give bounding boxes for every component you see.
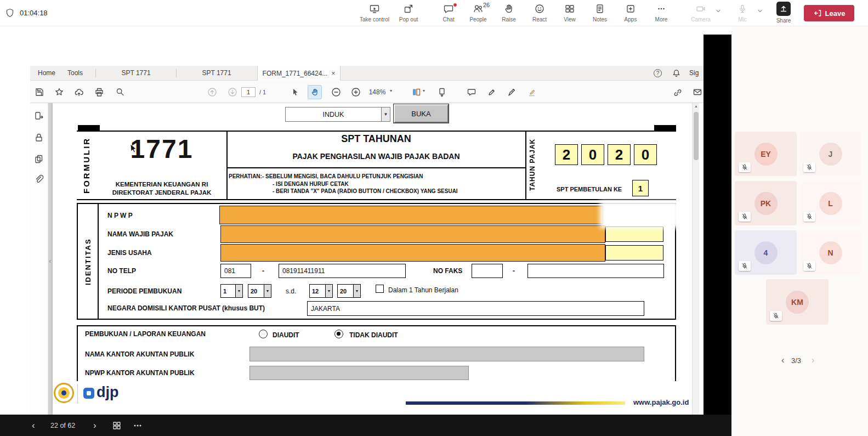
telp-number-field[interactable]: 081911411911 [279, 264, 406, 278]
tab-tools[interactable]: Tools [62, 66, 88, 80]
participant-tile[interactable]: N [799, 230, 861, 275]
tahun-digit-box[interactable]: 2 [608, 144, 631, 165]
chevron-down-icon[interactable]: ▼ [381, 107, 390, 121]
panel-collapse-icon[interactable]: ‹ [49, 257, 51, 265]
tahun-berjalan-checkbox[interactable] [376, 285, 384, 293]
tab-spt1771-a[interactable]: SPT 1771 [96, 66, 176, 80]
view-button[interactable]: View [553, 3, 586, 22]
share-button[interactable]: Share [767, 2, 800, 24]
hand-tool-icon[interactable] [308, 85, 322, 99]
participant-tile[interactable]: EY [735, 132, 797, 176]
chevron-down-icon[interactable]: ▼ [235, 285, 242, 297]
jenis-usaha-field[interactable] [220, 244, 605, 262]
page-view-caret-icon[interactable]: ▾ [423, 88, 425, 93]
chat-button[interactable]: Chat [432, 3, 465, 22]
scrollbar-thumb[interactable] [694, 112, 699, 160]
npwp-field[interactable] [219, 206, 603, 224]
tahun-digit-box[interactable]: 0 [581, 144, 604, 165]
grid-view-icon[interactable] [112, 415, 121, 436]
tidak-diaudit-radio[interactable] [334, 330, 343, 338]
more-options-icon[interactable] [133, 415, 142, 436]
tab-close-icon[interactable]: × [331, 70, 335, 77]
npwp-kap-field[interactable] [249, 366, 469, 380]
notes-button[interactable]: Notes [583, 3, 616, 22]
cloud-upload-icon[interactable] [73, 87, 84, 98]
pencil-icon[interactable] [486, 87, 497, 98]
camera-chevron-icon[interactable] [716, 8, 722, 15]
participant-tile[interactable]: 4 [735, 230, 797, 275]
participant-tile[interactable]: KM [766, 279, 829, 325]
page-down-icon[interactable] [227, 87, 238, 98]
zoom-in-icon[interactable] [350, 87, 361, 98]
participant-tile[interactable]: PK [735, 181, 797, 225]
mic-chevron-icon[interactable] [757, 8, 764, 15]
diaudit-radio[interactable] [259, 330, 268, 338]
attachments-icon[interactable] [33, 174, 44, 185]
comment-icon[interactable] [466, 87, 477, 98]
participant-tile[interactable]: J [799, 132, 861, 176]
people-button[interactable]: 26 People [462, 3, 495, 22]
page-up-icon[interactable] [207, 87, 218, 98]
scroll-up-icon[interactable]: ▲ [694, 104, 698, 108]
take-control-button[interactable]: Take control [358, 3, 391, 22]
participants-next-icon[interactable]: › [812, 355, 814, 365]
page-view-icon[interactable] [411, 87, 422, 98]
help-icon[interactable]: ? [654, 69, 662, 77]
save-icon[interactable] [34, 87, 45, 98]
nama-wp-field[interactable] [220, 225, 605, 243]
tab-home[interactable]: Home [33, 66, 60, 80]
bell-icon[interactable] [672, 69, 681, 78]
chevron-down-icon[interactable]: ▼ [353, 285, 360, 297]
faks-area-field[interactable] [472, 264, 503, 278]
leave-button[interactable]: Leave [804, 5, 854, 21]
star-icon[interactable] [54, 87, 65, 98]
tab-form-1771[interactable]: FORM_1771_66424... × [257, 66, 341, 81]
react-button[interactable]: React [523, 3, 556, 22]
select-tool-icon[interactable] [290, 87, 300, 98]
page-number-input[interactable]: 1 [241, 87, 256, 97]
prev-slide-icon[interactable]: ‹ [32, 415, 35, 436]
more-button[interactable]: More [645, 3, 678, 22]
apps-button[interactable]: Apps [614, 3, 647, 22]
sheet-selector[interactable]: INDUK ▼ [285, 107, 390, 122]
camera-button[interactable]: Camera [684, 3, 717, 22]
scroll-mode-icon[interactable] [436, 87, 447, 98]
periode-year-from[interactable]: 20▼ [248, 284, 271, 298]
negara-field[interactable]: JAKARTA [307, 301, 644, 316]
sign-in-label[interactable]: Sig [689, 69, 699, 77]
search-icon[interactable] [115, 87, 126, 98]
vertical-scrollbar[interactable]: ▲ [692, 103, 699, 415]
tahun-digit-box[interactable]: 0 [634, 144, 657, 165]
periode-month-to[interactable]: 12▼ [309, 284, 333, 298]
link-icon[interactable] [672, 87, 683, 98]
pop-out-button[interactable]: Pop out [392, 3, 425, 22]
chevron-down-icon[interactable]: ▼ [325, 285, 332, 297]
next-slide-icon[interactable]: › [93, 415, 97, 436]
lock-icon[interactable] [33, 132, 44, 143]
pembetulan-box[interactable]: 1 [632, 180, 649, 196]
zoom-out-icon[interactable] [331, 87, 342, 98]
zoom-caret-icon[interactable]: ▾ [390, 88, 392, 93]
raise-button[interactable]: Raise [492, 3, 525, 22]
chevron-down-icon[interactable]: ▼ [264, 285, 271, 297]
tahun-digit-box[interactable]: 2 [555, 144, 578, 165]
participant-tile[interactable]: L [799, 181, 861, 225]
participants-prev-icon[interactable]: ‹ [781, 355, 784, 365]
mic-button[interactable]: Mic [726, 3, 759, 22]
telp-area-field[interactable]: 081 [220, 264, 251, 278]
export-pages-icon[interactable] [33, 111, 44, 122]
email-icon[interactable] [692, 87, 703, 98]
periode-year-to[interactable]: 20▼ [337, 284, 361, 298]
print-icon[interactable] [94, 87, 105, 98]
tab-spt1771-b[interactable]: SPT 1771 [177, 66, 257, 80]
shield-icon[interactable] [4, 8, 15, 19]
periode-month-from[interactable]: 1▼ [220, 284, 243, 298]
faks-number-field[interactable] [527, 264, 664, 278]
nama-wp-suffix-box[interactable] [605, 227, 663, 242]
buka-button[interactable]: BUKA [394, 104, 449, 123]
nama-kap-field[interactable] [249, 347, 644, 361]
jenis-usaha-suffix-box[interactable] [605, 245, 663, 261]
page-thumbnails-icon[interactable] [33, 154, 44, 165]
sign-icon[interactable] [506, 87, 517, 98]
highlight-icon[interactable] [526, 87, 537, 98]
